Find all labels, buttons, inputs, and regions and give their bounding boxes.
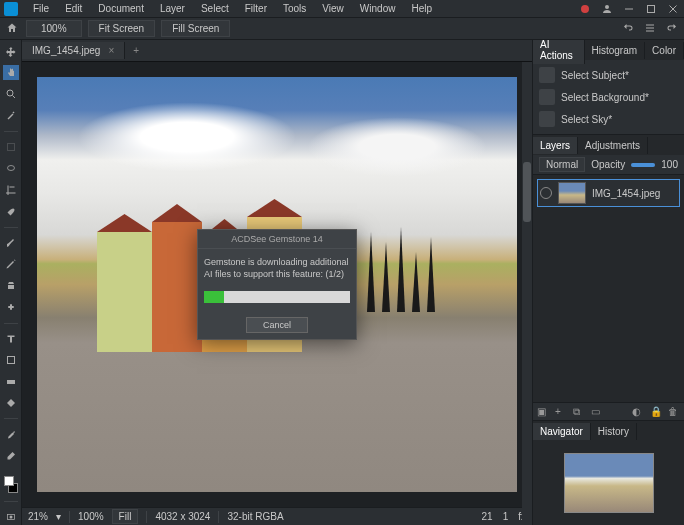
ai-select-background[interactable]: Select Background* bbox=[535, 86, 682, 108]
svg-rect-3 bbox=[648, 5, 655, 12]
add-layer2-icon[interactable]: + bbox=[555, 406, 567, 418]
tab-history[interactable]: History bbox=[591, 423, 637, 440]
fit-screen-button[interactable]: Fit Screen bbox=[88, 20, 156, 37]
move-tool-icon[interactable] bbox=[3, 44, 19, 59]
fill-screen-button[interactable]: Fill Screen bbox=[161, 20, 230, 37]
svg-rect-4 bbox=[646, 24, 654, 25]
eyedropper-tool-icon[interactable] bbox=[3, 427, 19, 442]
visibility-icon[interactable] bbox=[540, 187, 552, 199]
selection-brush-icon[interactable] bbox=[3, 203, 19, 218]
vertical-scrollbar[interactable] bbox=[522, 62, 532, 525]
minimize-icon[interactable] bbox=[622, 2, 636, 16]
svg-rect-5 bbox=[646, 27, 654, 28]
status-dimensions: 4032 x 3024 bbox=[155, 511, 210, 522]
status-fill-select[interactable]: Fill bbox=[112, 509, 139, 524]
tab-navigator[interactable]: Navigator bbox=[533, 423, 591, 440]
zoom-input[interactable]: 100% bbox=[26, 20, 82, 37]
blend-mode-select[interactable]: Normal bbox=[539, 157, 585, 172]
dialog-title: ACDSee Gemstone 14 bbox=[198, 230, 356, 249]
layer-item[interactable]: IMG_1454.jpeg bbox=[537, 179, 680, 207]
svg-point-9 bbox=[7, 165, 14, 170]
gradient-tool-icon[interactable] bbox=[3, 374, 19, 389]
delete-icon[interactable]: 🗑 bbox=[668, 406, 680, 418]
crop-tool-icon[interactable] bbox=[3, 182, 19, 197]
add-layer-icon[interactable]: ▣ bbox=[537, 406, 549, 418]
duplicate-icon[interactable]: ⧉ bbox=[573, 406, 585, 418]
heal-tool-icon[interactable] bbox=[3, 299, 19, 314]
tab-adjustments[interactable]: Adjustments bbox=[578, 137, 648, 154]
mask-tool-icon[interactable] bbox=[3, 510, 19, 525]
hand-tool-icon[interactable] bbox=[3, 65, 19, 80]
brush-tool-icon[interactable] bbox=[3, 236, 19, 251]
mask-icon[interactable]: ◐ bbox=[632, 406, 644, 418]
home-icon[interactable] bbox=[6, 22, 20, 36]
tab-close-icon[interactable]: × bbox=[108, 45, 114, 56]
status-value-1: 21 bbox=[482, 511, 493, 522]
menu-help[interactable]: Help bbox=[404, 1, 439, 16]
menu-view[interactable]: View bbox=[315, 1, 351, 16]
ai-select-subject[interactable]: Select Subject* bbox=[535, 64, 682, 86]
clone-tool-icon[interactable] bbox=[3, 278, 19, 293]
opacity-value: 100 bbox=[661, 159, 678, 170]
menu-tools[interactable]: Tools bbox=[276, 1, 313, 16]
wand-tool-icon[interactable] bbox=[3, 108, 19, 123]
shape-tool-icon[interactable] bbox=[3, 353, 19, 368]
tab-color[interactable]: Color bbox=[645, 42, 684, 59]
group-icon[interactable]: ▭ bbox=[591, 406, 603, 418]
tab-document[interactable]: IMG_1454.jpeg × bbox=[22, 42, 125, 59]
app-logo bbox=[4, 2, 18, 16]
fill-tool-icon[interactable] bbox=[3, 395, 19, 410]
status-color-mode: 32-bit RGBA bbox=[227, 511, 283, 522]
menu-layer[interactable]: Layer bbox=[153, 1, 192, 16]
text-tool-icon[interactable] bbox=[3, 331, 19, 346]
status-fill-pct: 100% bbox=[78, 511, 104, 522]
redo-icon[interactable] bbox=[666, 22, 678, 36]
status-zoom: 21% bbox=[28, 511, 48, 522]
svg-point-1 bbox=[605, 5, 609, 9]
undo-icon[interactable] bbox=[622, 22, 634, 36]
chevron-down-icon[interactable]: ▾ bbox=[56, 511, 61, 522]
cancel-button[interactable]: Cancel bbox=[246, 317, 308, 333]
maximize-icon[interactable] bbox=[644, 2, 658, 16]
pencil-tool-icon[interactable] bbox=[3, 257, 19, 272]
ai-select-sky[interactable]: Select Sky* bbox=[535, 108, 682, 130]
status-value-2: 1 bbox=[503, 511, 509, 522]
cart-icon[interactable] bbox=[578, 2, 592, 16]
menu-edit[interactable]: Edit bbox=[58, 1, 89, 16]
eraser-tool-icon[interactable] bbox=[3, 449, 19, 464]
toolbar: 100% Fit Screen Fill Screen bbox=[0, 18, 684, 40]
canvas[interactable]: ACDSee Gemstone 14 Gemstone is downloadi… bbox=[22, 62, 532, 507]
menu-document[interactable]: Document bbox=[91, 1, 151, 16]
opacity-slider[interactable] bbox=[631, 163, 655, 167]
marquee-tool-icon[interactable] bbox=[3, 140, 19, 155]
opacity-label: Opacity bbox=[591, 159, 625, 170]
svg-rect-6 bbox=[646, 30, 654, 31]
menu-filter[interactable]: Filter bbox=[238, 1, 274, 16]
menu-window[interactable]: Window bbox=[353, 1, 403, 16]
tab-histogram[interactable]: Histogram bbox=[585, 42, 646, 59]
dialog-message: Gemstone is downloading additional AI fi… bbox=[204, 257, 350, 280]
subject-icon bbox=[539, 67, 555, 83]
new-tab-icon[interactable]: + bbox=[125, 45, 147, 56]
navigator-thumbnail[interactable] bbox=[564, 453, 654, 513]
svg-rect-11 bbox=[10, 304, 12, 310]
svg-rect-12 bbox=[7, 357, 14, 364]
document-tabs: IMG_1454.jpeg × + bbox=[22, 40, 532, 62]
status-bar: 21% ▾ 100% Fill 4032 x 3024 32-bit RGBA … bbox=[22, 507, 532, 525]
history-list-icon[interactable] bbox=[644, 22, 656, 36]
layer-name: IMG_1454.jpeg bbox=[592, 188, 660, 199]
zoom-tool-icon[interactable] bbox=[3, 86, 19, 101]
tool-palette bbox=[0, 40, 22, 525]
download-dialog: ACDSee Gemstone 14 Gemstone is downloadi… bbox=[197, 229, 357, 339]
svg-rect-13 bbox=[7, 380, 15, 384]
menu-select[interactable]: Select bbox=[194, 1, 236, 16]
lock-icon[interactable]: 🔒 bbox=[650, 406, 662, 418]
close-icon[interactable] bbox=[666, 2, 680, 16]
color-swatch[interactable] bbox=[4, 476, 18, 493]
menubar: File Edit Document Layer Select Filter T… bbox=[0, 0, 684, 18]
tab-layers[interactable]: Layers bbox=[533, 137, 578, 154]
menu-file[interactable]: File bbox=[26, 1, 56, 16]
user-icon[interactable] bbox=[600, 2, 614, 16]
lasso-tool-icon[interactable] bbox=[3, 161, 19, 176]
svg-rect-8 bbox=[7, 144, 14, 151]
